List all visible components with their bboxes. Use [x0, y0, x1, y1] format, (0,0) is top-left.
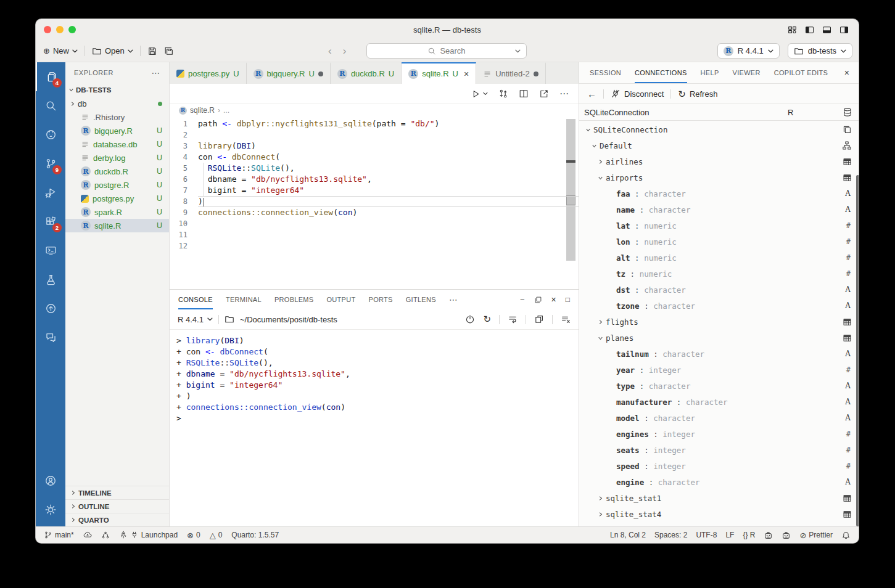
refresh-button[interactable]: ↻ Refresh [678, 89, 717, 99]
code-editor[interactable]: 1path <- dbplyr::nycflights131_sqlite(pa… [170, 116, 579, 289]
chevron-collapsed-icon[interactable] [598, 511, 603, 518]
run-file-button[interactable] [471, 89, 488, 99]
file-item-db[interactable]: db [65, 97, 169, 110]
right-tab-viewer[interactable]: VIEWER [733, 62, 761, 83]
tree-field-tzone[interactable]: tzone : characterA [579, 298, 859, 314]
clear-icon[interactable] [561, 314, 571, 324]
tree-field-alt[interactable]: alt : numeric# [579, 250, 859, 266]
activity-item-settings[interactable] [36, 495, 65, 524]
breadcrumb[interactable]: R sqlite.R › ... [170, 104, 579, 116]
editor-tab-sqlite.R[interactable]: Rsqlite.RU× [402, 62, 476, 84]
status-copilot-icon[interactable] [782, 531, 791, 540]
activity-item-github[interactable] [36, 120, 65, 149]
file-item-database.db[interactable]: database.dbU [65, 137, 169, 151]
tree-field-manufacturer[interactable]: manufacturer : characterA [579, 394, 859, 410]
status-0[interactable]: ⊗0 [187, 531, 200, 539]
restore-panel-icon[interactable] [534, 296, 542, 304]
tree-node-SQLiteConnection[interactable]: SQLiteConnection [579, 121, 859, 137]
status-cloud-upload-icon[interactable] [83, 531, 92, 539]
more-actions-icon[interactable]: ⋯ [559, 88, 569, 99]
chevron-expanded-icon[interactable] [585, 127, 592, 133]
status-copilot-icon[interactable] [764, 531, 773, 540]
chevron-collapsed-icon[interactable] [598, 495, 603, 502]
status-utf-8[interactable]: UTF-8 [696, 531, 717, 539]
open-external-icon[interactable] [539, 89, 549, 99]
file-item-.Rhistory[interactable]: .Rhistory [65, 110, 169, 124]
minimize-window-button[interactable] [56, 26, 64, 33]
chevron-collapsed-icon[interactable] [70, 100, 75, 107]
chevron-collapsed-icon[interactable] [70, 489, 76, 496]
tree-field-tz[interactable]: tz : numeric# [579, 266, 859, 282]
tree-field-seats[interactable]: seats : integer# [579, 442, 859, 458]
sidebar-section-quarto[interactable]: QUARTO [65, 513, 169, 526]
sidebar-section-outline[interactable]: OUTLINE [65, 499, 169, 513]
power-icon[interactable] [465, 314, 475, 324]
activity-item-run-debug[interactable] [36, 178, 65, 207]
panel-tab-ports[interactable]: PORTS [369, 290, 393, 309]
status-graph-icon[interactable] [101, 531, 110, 539]
chevron-expanded-icon[interactable] [597, 175, 604, 181]
workspace-root-item[interactable]: DB-TESTS [65, 83, 169, 97]
file-item-spark.R[interactable]: Rspark.RU [65, 205, 169, 219]
file-item-duckdb.R[interactable]: Rduckdb.RU [65, 165, 169, 178]
activity-item-account[interactable] [36, 466, 65, 495]
editor-tab-Untitled-2[interactable]: Untitled-2 [476, 62, 546, 84]
minimize-panel-icon[interactable]: − [520, 295, 525, 304]
tree-field-engines[interactable]: engines : integer# [579, 426, 859, 442]
interpreter-selector[interactable]: R R 4.4.1 [717, 43, 780, 59]
disconnect-button[interactable]: Disconnect [611, 89, 664, 99]
console-output[interactable]: > library(DBI)+ con <- dbConnect(+ RSQLi… [170, 330, 579, 526]
close-window-button[interactable] [44, 26, 51, 33]
tree-field-name[interactable]: name : characterA [579, 202, 859, 218]
right-tab-session[interactable]: SESSION [590, 62, 621, 83]
activity-item-comments[interactable] [36, 323, 65, 352]
back-button[interactable]: ‹ [328, 45, 332, 57]
editor-tab-duckdb.R[interactable]: Rduckdb.RU [331, 62, 402, 84]
activity-item-extensions[interactable]: 2 [36, 207, 65, 236]
chevron-expanded-icon[interactable] [597, 335, 604, 341]
file-item-sqlite.R[interactable]: Rsqlite.RU [65, 219, 169, 232]
chevron-expanded-icon[interactable] [68, 87, 75, 92]
console-runtime-selector[interactable]: R 4.4.1 [178, 315, 213, 324]
right-tab-help[interactable]: HELP [701, 62, 719, 83]
zoom-window-button[interactable] [68, 26, 76, 33]
chevron-collapsed-icon[interactable] [70, 503, 76, 510]
workspace-selector[interactable]: db-tests [788, 43, 852, 59]
activity-item-publish[interactable] [36, 294, 65, 323]
tree-node-sqlite_stat1[interactable]: sqlite_stat1 [579, 490, 859, 506]
status-0[interactable]: △0 [210, 531, 223, 539]
tree-node-airlines[interactable]: airlines [579, 153, 859, 169]
status-r[interactable]: {} R [743, 531, 755, 539]
panel-tab-console[interactable]: CONSOLE [178, 290, 213, 309]
close-tab-icon[interactable]: × [464, 69, 469, 79]
toggle-right-panel-icon[interactable] [839, 25, 849, 35]
back-button[interactable]: ← [587, 89, 596, 99]
right-tab-connections[interactable]: CONNECTIONS [635, 62, 687, 83]
tree-node-planes[interactable]: planes [579, 330, 859, 346]
status-quarto-1-5-57[interactable]: Quarto: 1.5.57 [231, 531, 279, 539]
tree-node-Default[interactable]: Default [579, 137, 859, 153]
file-item-derby.log[interactable]: derby.logU [65, 151, 169, 165]
toggle-left-panel-icon[interactable] [805, 25, 814, 35]
editor-tab-bigquery.R[interactable]: Rbigquery.RU [247, 62, 331, 84]
sidebar-section-timeline[interactable]: TIMELINE [65, 486, 169, 499]
status-bell-icon[interactable] [841, 531, 851, 540]
chevron-down-icon[interactable] [515, 49, 521, 53]
new-button[interactable]: ⊕New [43, 46, 78, 55]
activity-item-remote-explorer[interactable] [36, 236, 65, 265]
close-right-panel-icon[interactable]: × [844, 68, 849, 78]
forward-button[interactable]: › [343, 45, 347, 57]
file-item-bigquery.R[interactable]: Rbigquery.RU [65, 124, 169, 137]
maximize-panel-icon[interactable]: □ [566, 295, 570, 304]
restart-icon[interactable]: ↻ [483, 314, 491, 325]
status-prettier[interactable]: ⊘Prettier [799, 531, 833, 539]
toggle-bottom-panel-icon[interactable] [822, 25, 831, 35]
tree-field-faa[interactable]: faa : characterA [579, 186, 859, 202]
chevron-expanded-icon[interactable] [591, 143, 598, 149]
status-lf[interactable]: LF [725, 531, 734, 539]
panel-tab-problems[interactable]: PROBLEMS [274, 290, 314, 309]
chevron-collapsed-icon[interactable] [598, 319, 603, 325]
status-main[interactable]: main* [44, 531, 74, 539]
activity-item-explorer[interactable]: 4 [36, 62, 65, 91]
chevron-collapsed-icon[interactable] [70, 517, 76, 523]
